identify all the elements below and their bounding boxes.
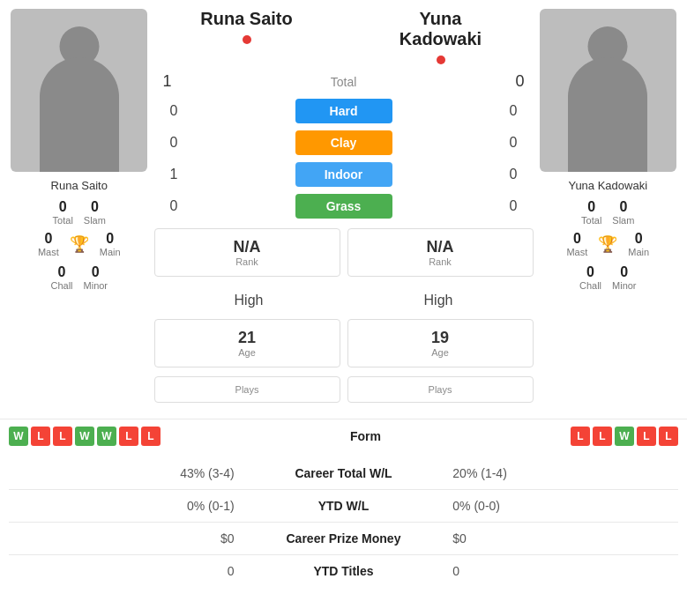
ytd-wl-left: 0% (0-1): [9, 490, 243, 523]
table-row: 0% (0-1) YTD W/L 0% (0-0): [9, 490, 678, 523]
right-form-badge-2: W: [615, 427, 634, 446]
career-wl-left: 43% (3-4): [9, 457, 243, 490]
right-chall-value: 0: [579, 264, 601, 280]
right-plays-label: Plays: [355, 384, 526, 395]
left-form-badge-4: W: [97, 427, 116, 446]
prize-left: $0: [9, 523, 243, 555]
right-slam-label: Slam: [612, 215, 634, 226]
stats-table: 43% (3-4) Career Total W/L 20% (1-4) 0% …: [9, 457, 678, 587]
right-avatar-body: [568, 57, 647, 172]
right-minor-stat: 0 Minor: [612, 264, 637, 291]
left-main-value: 0: [100, 231, 121, 247]
left-minor-label: Minor: [84, 280, 108, 291]
right-player-stats2: 0 Mast 🏆 0 Main: [566, 231, 649, 257]
center-col: Runa Saito Yuna Kadowaki 1: [150, 9, 538, 410]
right-slam-stat: 0 Slam: [612, 199, 634, 226]
surface-indoor-row: 1 Indoor 0: [150, 160, 538, 189]
left-player-col: Runa Saito 0 Total 0 Slam 0 Mast 🏆 0: [9, 9, 150, 410]
career-wl-right: 20% (1-4): [444, 457, 678, 490]
left-form-badge-2: L: [53, 427, 72, 446]
left-player-avatar: [11, 9, 147, 172]
left-avatar-body: [40, 57, 119, 172]
right-form-badge-3: L: [637, 427, 656, 446]
right-rank-value: N/A: [355, 238, 526, 256]
form-row: W L L W W L L Form L L W L L: [0, 419, 687, 453]
right-status-dot: [437, 56, 445, 64]
left-total-value: 0: [53, 199, 73, 215]
right-rank-label: Rank: [355, 256, 526, 267]
grass-right-score: 0: [503, 198, 525, 214]
surface-clay-row: 0 Clay 0: [150, 128, 538, 158]
surface-grass-row: 0 Grass 0: [150, 191, 538, 221]
left-slam-value: 0: [84, 199, 106, 215]
clay-badge: Clay: [295, 130, 392, 155]
players-comparison: Runa Saito 0 Total 0 Slam 0 Mast 🏆 0: [0, 0, 687, 419]
right-main-stat: 0 Main: [628, 231, 649, 257]
left-chall-value: 0: [50, 264, 72, 280]
right-chall-stat: 0 Chall: [579, 264, 601, 291]
right-age-value: 19: [355, 329, 526, 347]
left-age-value: 21: [162, 329, 332, 347]
table-row: 43% (3-4) Career Total W/L 20% (1-4): [9, 457, 678, 490]
left-slam-stat: 0 Slam: [84, 199, 106, 226]
hard-badge: Hard: [295, 99, 392, 123]
right-mast-value: 0: [566, 231, 587, 247]
info-boxes: N/A Rank N/A Rank: [150, 221, 538, 284]
left-player-stats1: 0 Total 0 Slam: [53, 199, 106, 226]
right-player-avatar: [540, 9, 676, 172]
left-player-stats2: 0 Mast 🏆 0 Main: [38, 231, 121, 257]
left-minor-value: 0: [84, 264, 108, 280]
left-form-badges: W L L W W L L: [9, 427, 161, 446]
titles-label: YTD Titles: [243, 555, 444, 588]
clay-left-score: 0: [163, 135, 185, 151]
left-form-badge-1: L: [31, 427, 50, 446]
hard-right-score: 0: [503, 103, 525, 119]
right-player-stats1: 0 Total 0 Slam: [581, 199, 634, 226]
left-fitness: High: [154, 286, 344, 315]
surface-section: 0 Hard 0 0 Clay 0 1 Indoor 0 0 Grass: [150, 96, 538, 221]
clay-right-score: 0: [503, 135, 525, 151]
right-age-label: Age: [355, 347, 526, 358]
right-player-col: Yuna Kadowaki 0 Total 0 Slam 0 Mast 🏆: [538, 9, 679, 410]
right-form-badge-0: L: [571, 427, 590, 446]
left-rank-label: Rank: [162, 256, 332, 267]
right-mast-stat: 0 Mast: [566, 231, 587, 257]
indoor-left-score: 1: [163, 167, 185, 182]
right-total-label: Total: [581, 215, 601, 226]
prize-label: Career Prize Money: [243, 523, 444, 555]
right-player-name: Yuna Kadowaki: [568, 179, 647, 192]
hard-left-score: 0: [163, 103, 185, 119]
left-mast-value: 0: [38, 231, 59, 247]
right-total-stat: 0 Total: [581, 199, 601, 226]
right-form-badges: L L W L L: [571, 427, 678, 446]
left-age-label: Age: [162, 347, 332, 358]
left-chall-stat: 0 Chall: [50, 264, 72, 291]
left-main-stat: 0 Main: [100, 231, 121, 257]
titles-right: 0: [444, 555, 678, 588]
right-total-value: 0: [581, 199, 601, 215]
right-slam-value: 0: [612, 199, 634, 215]
left-rank-value: N/A: [162, 238, 332, 256]
form-label: Form: [350, 429, 381, 443]
ytd-wl-label: YTD W/L: [243, 490, 444, 523]
right-player-name-header: Yuna Kadowaki: [344, 9, 538, 49]
grass-left-score: 0: [163, 198, 185, 214]
left-player-stats3: 0 Chall 0 Minor: [50, 264, 108, 291]
left-form-badge-3: W: [75, 427, 94, 446]
indoor-badge: Indoor: [295, 162, 392, 187]
prize-right: $0: [444, 523, 678, 555]
left-player-name: Runa Saito: [51, 179, 108, 192]
left-total-label: Total: [53, 215, 73, 226]
left-total-stat: 0 Total: [53, 199, 73, 226]
career-wl-label: Career Total W/L: [243, 457, 444, 490]
right-form-badge-4: L: [659, 427, 678, 446]
age-plays-section: 21 Age 19 Age: [150, 317, 538, 369]
left-mast-stat: 0 Mast: [38, 231, 59, 257]
left-form-badge-5: L: [119, 427, 138, 446]
left-age-box: 21 Age: [154, 319, 340, 367]
right-minor-label: Minor: [612, 280, 637, 291]
left-plays-label: Plays: [162, 384, 332, 395]
left-slam-label: Slam: [84, 215, 106, 226]
right-chall-label: Chall: [579, 280, 601, 291]
left-form-badge-6: L: [141, 427, 161, 446]
